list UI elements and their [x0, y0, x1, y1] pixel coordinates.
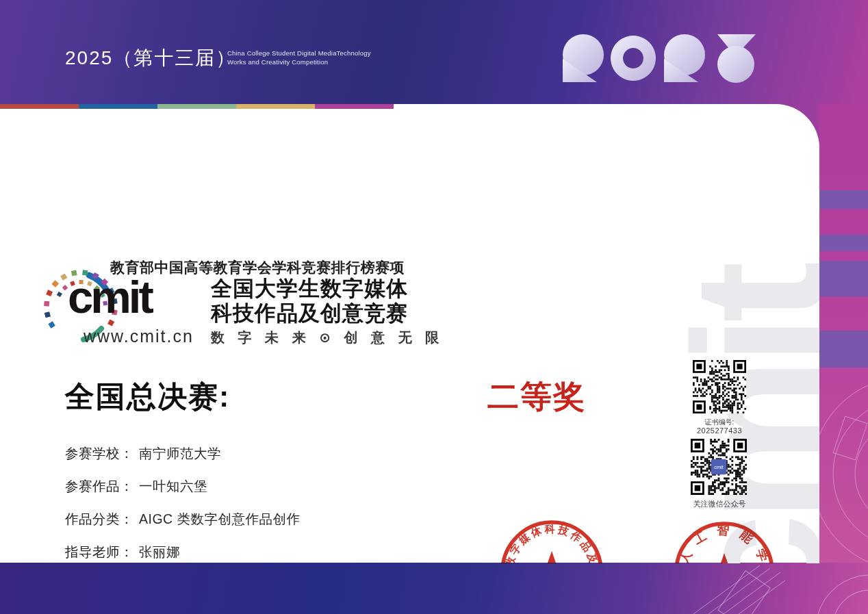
field-value: 南宁师范大学	[139, 444, 221, 463]
decor-band	[819, 235, 868, 251]
field-row-category: 作品分类： AIGC 类数字创意作品创作	[65, 510, 301, 543]
strip-segment	[0, 104, 79, 109]
decor-band	[819, 261, 868, 296]
english-subtitle: China College Student Digital MediaTechn…	[227, 49, 371, 66]
right-decor-column	[819, 104, 868, 563]
competition-name-line2: 科技作品及创意竞赛	[211, 301, 408, 326]
field-label: 作品分类：	[65, 510, 139, 528]
field-row-advisor: 指导老师： 张丽娜	[65, 543, 301, 563]
final-stage-title: 全国总决赛:	[65, 377, 230, 417]
slogan: 数 字 未 来 ⊙ 创 意 无 限	[211, 329, 444, 347]
organizing-committee-seal: 全国大学生数字媒体科技作品及创意竞赛 组织委员会	[493, 513, 611, 563]
english-subtitle-line2: Works and Creativity Competition	[227, 58, 371, 67]
edition-title: 2025（第十三届）	[65, 45, 236, 71]
svg-text:cmit: cmit	[714, 464, 723, 470]
strip-segment	[157, 104, 236, 109]
english-subtitle-line1: China College Student Digital MediaTechn…	[227, 49, 371, 58]
cmit-logotype: cmit	[68, 274, 151, 320]
certificate-qr-code	[693, 360, 746, 413]
field-value: 一叶知六堡	[139, 477, 207, 496]
strip-segment	[79, 104, 157, 109]
field-label: 参赛学校：	[65, 444, 139, 463]
caai-seal: 中国人工智能学会 1191520398358	[668, 515, 780, 563]
certificate-page: 2025（第十三届） China College Student Digital…	[0, 0, 868, 614]
prize-level: 二等奖	[487, 376, 586, 418]
ranking-note: 教育部中国高等教育学会学科竞赛排行榜赛项	[110, 258, 405, 277]
year-2025-logo	[556, 30, 761, 89]
decor-band	[819, 331, 868, 368]
field-row-work: 参赛作品： 一叶知六堡	[65, 477, 301, 510]
bottom-gradient-band	[0, 563, 868, 614]
certificate-number: 2025277433	[665, 426, 774, 435]
field-value: 张丽娜	[139, 543, 180, 561]
field-value: AIGC 类数字创意作品创作	[139, 510, 301, 528]
arc-lines-decoration	[819, 378, 868, 563]
competition-name-cn: 全国大学生数字媒体 科技作品及创意竞赛	[211, 277, 408, 326]
certificate-number-label: 证书编号:	[665, 418, 774, 427]
wechat-follow-caption: 关注微信公众号	[665, 499, 774, 509]
decor-band	[819, 190, 868, 209]
competition-name-line1: 全国大学生数字媒体	[211, 277, 408, 301]
strip-segment	[315, 104, 394, 109]
color-strip	[0, 104, 394, 109]
strip-segment	[236, 104, 315, 109]
field-label: 指导老师：	[65, 543, 139, 561]
entry-fields: 参赛学校： 南宁师范大学 参赛作品： 一叶知六堡 作品分类： AIGC 类数字创…	[65, 444, 301, 563]
field-row-school: 参赛学校： 南宁师范大学	[65, 444, 301, 477]
wechat-qr-code: cmit	[691, 439, 747, 495]
fan-lines-decoration	[681, 563, 868, 614]
certificate-card: cmit 教育部中国高等教育学会学科竞赛排行榜赛项 cmit www.cmit.…	[0, 104, 819, 563]
field-label: 参赛作品：	[65, 477, 139, 496]
website-url: www.cmit.cn	[84, 327, 194, 346]
